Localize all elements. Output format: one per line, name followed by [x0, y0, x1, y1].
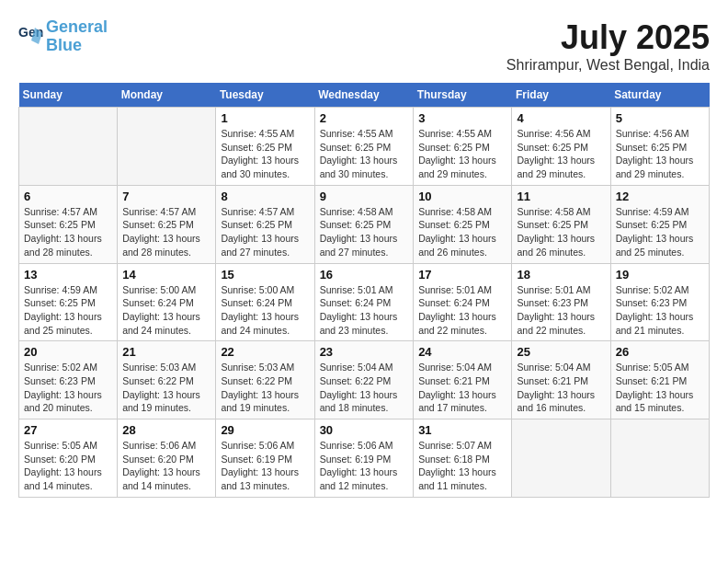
- day-number: 21: [122, 345, 210, 359]
- calendar-week-2: 6 Sunrise: 4:57 AM Sunset: 6:25 PM Dayli…: [19, 185, 710, 263]
- calendar-cell: 17 Sunrise: 5:01 AM Sunset: 6:24 PM Dayl…: [414, 263, 512, 341]
- calendar-week-1: 1 Sunrise: 4:55 AM Sunset: 6:25 PM Dayli…: [19, 108, 710, 186]
- calendar-cell: 24 Sunrise: 5:04 AM Sunset: 6:21 PM Dayl…: [414, 341, 512, 419]
- title-block: July 2025 Shrirampur, West Bengal, India: [506, 18, 710, 74]
- day-number: 2: [320, 111, 409, 125]
- day-info: Sunrise: 4:58 AM Sunset: 6:25 PM Dayligh…: [320, 205, 409, 259]
- logo-text: GeneralBlue: [46, 18, 108, 55]
- weekday-header-monday: Monday: [118, 83, 216, 108]
- calendar-cell: 1 Sunrise: 4:55 AM Sunset: 6:25 PM Dayli…: [216, 108, 314, 186]
- day-number: 11: [517, 190, 605, 203]
- weekday-header-row: SundayMondayTuesdayWednesdayThursdayFrid…: [19, 83, 710, 108]
- calendar-cell: 15 Sunrise: 5:00 AM Sunset: 6:24 PM Dayl…: [216, 263, 314, 341]
- day-number: 25: [517, 345, 605, 359]
- calendar-cell: 26 Sunrise: 5:05 AM Sunset: 6:21 PM Dayl…: [610, 341, 709, 419]
- day-number: 23: [320, 345, 409, 359]
- calendar-cell: 28 Sunrise: 5:06 AM Sunset: 6:20 PM Dayl…: [118, 419, 216, 498]
- calendar-cell: 25 Sunrise: 5:04 AM Sunset: 6:21 PM Dayl…: [512, 341, 610, 419]
- day-number: 10: [418, 190, 506, 203]
- day-info: Sunrise: 5:01 AM Sunset: 6:23 PM Dayligh…: [517, 283, 605, 338]
- day-number: 12: [616, 190, 704, 203]
- day-number: 1: [221, 111, 309, 125]
- logo: Gen GeneralBlue: [18, 18, 108, 55]
- day-number: 28: [122, 423, 210, 437]
- weekday-header-saturday: Saturday: [610, 83, 709, 108]
- calendar-cell: 18 Sunrise: 5:01 AM Sunset: 6:23 PM Dayl…: [512, 263, 610, 341]
- day-info: Sunrise: 4:55 AM Sunset: 6:25 PM Dayligh…: [320, 127, 409, 181]
- calendar-cell: 30 Sunrise: 5:06 AM Sunset: 6:19 PM Dayl…: [314, 419, 414, 498]
- day-info: Sunrise: 5:01 AM Sunset: 6:24 PM Dayligh…: [418, 283, 506, 338]
- day-info: Sunrise: 5:00 AM Sunset: 6:24 PM Dayligh…: [221, 283, 309, 338]
- calendar-cell: [512, 419, 610, 498]
- calendar-cell: [19, 108, 118, 186]
- calendar-cell: 3 Sunrise: 4:55 AM Sunset: 6:25 PM Dayli…: [414, 108, 512, 186]
- day-info: Sunrise: 5:03 AM Sunset: 6:22 PM Dayligh…: [221, 361, 309, 415]
- day-number: 31: [418, 423, 506, 437]
- calendar-week-5: 27 Sunrise: 5:05 AM Sunset: 6:20 PM Dayl…: [19, 419, 710, 498]
- day-info: Sunrise: 5:04 AM Sunset: 6:21 PM Dayligh…: [517, 361, 605, 415]
- day-info: Sunrise: 5:04 AM Sunset: 6:22 PM Dayligh…: [320, 361, 409, 415]
- day-info: Sunrise: 5:01 AM Sunset: 6:24 PM Dayligh…: [320, 283, 409, 338]
- day-info: Sunrise: 5:06 AM Sunset: 6:19 PM Dayligh…: [221, 439, 309, 493]
- logo-icon: Gen: [18, 24, 44, 50]
- day-info: Sunrise: 4:59 AM Sunset: 6:25 PM Dayligh…: [616, 205, 704, 259]
- calendar-cell: 20 Sunrise: 5:02 AM Sunset: 6:23 PM Dayl…: [19, 341, 118, 419]
- weekday-header-sunday: Sunday: [19, 83, 118, 108]
- day-number: 15: [221, 268, 309, 282]
- calendar-cell: [118, 108, 216, 186]
- calendar-cell: 9 Sunrise: 4:58 AM Sunset: 6:25 PM Dayli…: [314, 185, 414, 263]
- day-info: Sunrise: 4:58 AM Sunset: 6:25 PM Dayligh…: [418, 205, 506, 259]
- day-info: Sunrise: 4:57 AM Sunset: 6:25 PM Dayligh…: [24, 205, 112, 259]
- day-number: 5: [616, 111, 704, 125]
- month-title: July 2025: [506, 18, 710, 57]
- calendar-cell: 8 Sunrise: 4:57 AM Sunset: 6:25 PM Dayli…: [216, 185, 314, 263]
- weekday-header-friday: Friday: [512, 83, 610, 108]
- day-number: 27: [24, 423, 112, 437]
- calendar-cell: 22 Sunrise: 5:03 AM Sunset: 6:22 PM Dayl…: [216, 341, 314, 419]
- calendar-cell: 13 Sunrise: 4:59 AM Sunset: 6:25 PM Dayl…: [19, 263, 118, 341]
- calendar-cell: [610, 419, 709, 498]
- day-info: Sunrise: 5:06 AM Sunset: 6:20 PM Dayligh…: [122, 439, 210, 493]
- day-number: 20: [24, 345, 112, 359]
- day-number: 14: [122, 268, 210, 282]
- day-info: Sunrise: 5:02 AM Sunset: 6:23 PM Dayligh…: [24, 361, 112, 415]
- day-info: Sunrise: 4:55 AM Sunset: 6:25 PM Dayligh…: [221, 127, 309, 181]
- day-info: Sunrise: 5:05 AM Sunset: 6:20 PM Dayligh…: [24, 439, 112, 493]
- calendar-cell: 16 Sunrise: 5:01 AM Sunset: 6:24 PM Dayl…: [314, 263, 414, 341]
- day-number: 18: [517, 268, 605, 282]
- day-info: Sunrise: 5:07 AM Sunset: 6:18 PM Dayligh…: [418, 439, 506, 493]
- calendar-cell: 6 Sunrise: 4:57 AM Sunset: 6:25 PM Dayli…: [19, 185, 118, 263]
- day-number: 9: [320, 190, 409, 203]
- weekday-header-wednesday: Wednesday: [314, 83, 414, 108]
- day-info: Sunrise: 5:00 AM Sunset: 6:24 PM Dayligh…: [122, 283, 210, 338]
- day-number: 22: [221, 345, 309, 359]
- day-info: Sunrise: 5:06 AM Sunset: 6:19 PM Dayligh…: [320, 439, 409, 493]
- day-info: Sunrise: 4:55 AM Sunset: 6:25 PM Dayligh…: [418, 127, 506, 181]
- day-number: 6: [24, 190, 112, 203]
- calendar-cell: 5 Sunrise: 4:56 AM Sunset: 6:25 PM Dayli…: [610, 108, 709, 186]
- calendar-cell: 11 Sunrise: 4:58 AM Sunset: 6:25 PM Dayl…: [512, 185, 610, 263]
- calendar-week-4: 20 Sunrise: 5:02 AM Sunset: 6:23 PM Dayl…: [19, 341, 710, 419]
- day-number: 3: [418, 111, 506, 125]
- calendar-cell: 31 Sunrise: 5:07 AM Sunset: 6:18 PM Dayl…: [414, 419, 512, 498]
- day-number: 17: [418, 268, 506, 282]
- day-number: 8: [221, 190, 309, 203]
- day-number: 26: [616, 345, 704, 359]
- day-info: Sunrise: 4:58 AM Sunset: 6:25 PM Dayligh…: [517, 205, 605, 259]
- day-info: Sunrise: 5:05 AM Sunset: 6:21 PM Dayligh…: [616, 361, 704, 415]
- calendar-cell: 10 Sunrise: 4:58 AM Sunset: 6:25 PM Dayl…: [414, 185, 512, 263]
- day-info: Sunrise: 4:57 AM Sunset: 6:25 PM Dayligh…: [221, 205, 309, 259]
- day-number: 19: [616, 268, 704, 282]
- calendar-cell: 19 Sunrise: 5:02 AM Sunset: 6:23 PM Dayl…: [610, 263, 709, 341]
- day-number: 4: [517, 111, 605, 125]
- day-number: 13: [24, 268, 112, 282]
- day-number: 30: [320, 423, 409, 437]
- day-number: 29: [221, 423, 309, 437]
- location: Shrirampur, West Bengal, India: [506, 57, 710, 74]
- day-number: 16: [320, 268, 409, 282]
- day-info: Sunrise: 4:57 AM Sunset: 6:25 PM Dayligh…: [122, 205, 210, 259]
- calendar-table: SundayMondayTuesdayWednesdayThursdayFrid…: [18, 83, 710, 498]
- day-info: Sunrise: 5:03 AM Sunset: 6:22 PM Dayligh…: [122, 361, 210, 415]
- weekday-header-tuesday: Tuesday: [216, 83, 314, 108]
- day-info: Sunrise: 5:04 AM Sunset: 6:21 PM Dayligh…: [418, 361, 506, 415]
